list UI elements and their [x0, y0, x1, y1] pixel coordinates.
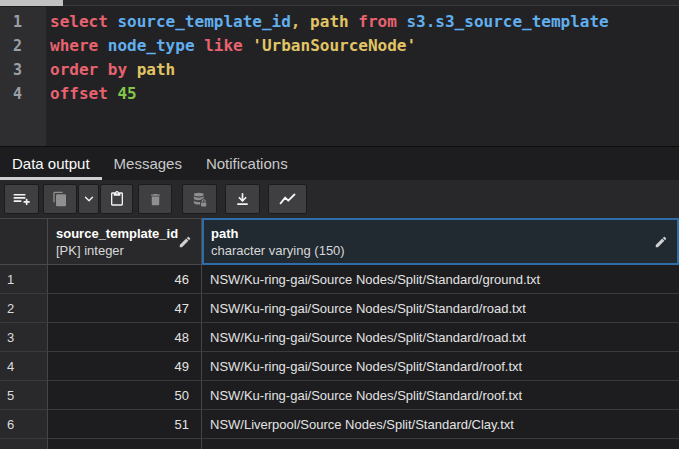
column-title: path [211, 225, 670, 242]
editor-hscrollbar-thumb[interactable] [0, 0, 63, 6]
row-number-cell[interactable]: 4 [0, 352, 48, 381]
row-number-cell[interactable]: 2 [0, 294, 48, 323]
code-line[interactable]: where node_type like 'UrbanSourceNode' [0, 34, 679, 58]
result-toolbar [0, 180, 679, 218]
source-template-id-cell[interactable]: 47 [48, 294, 202, 323]
copy-icon [52, 191, 68, 207]
paste-icon [109, 191, 125, 207]
row-number-cell[interactable]: 1 [0, 265, 48, 294]
source-template-id-cell[interactable]: 50 [48, 381, 202, 410]
editor-code[interactable]: select source_template_id, path from s3.… [0, 7, 679, 146]
copy-button[interactable] [43, 184, 77, 214]
table-row: 754NSW/Liverpool/Source Nodes/Split/Stan… [0, 439, 679, 449]
database-lock-icon [191, 191, 208, 208]
code-line[interactable]: select source_template_id, path from s3.… [0, 10, 679, 34]
table-row: 449NSW/Ku-ring-gai/Source Nodes/Split/St… [0, 352, 679, 381]
copy-options-button[interactable] [78, 184, 99, 214]
row-number-cell[interactable]: 7 [0, 439, 48, 449]
edit-pencil-icon [178, 235, 192, 249]
source-template-id-cell[interactable]: 46 [48, 265, 202, 294]
paste-button[interactable] [100, 184, 133, 214]
trash-icon [148, 192, 163, 207]
row-number-cell[interactable]: 3 [0, 323, 48, 352]
graph-visualiser-button[interactable] [268, 184, 307, 214]
table-row: 146NSW/Ku-ring-gai/Source Nodes/Split/St… [0, 265, 679, 294]
path-cell[interactable]: NSW/Ku-ring-gai/Source Nodes/Split/Stand… [202, 352, 679, 381]
tab-data-output[interactable]: Data output [0, 147, 102, 180]
delete-button[interactable] [138, 184, 172, 214]
source-template-id-cell[interactable]: 48 [48, 323, 202, 352]
download-icon [234, 191, 251, 208]
row-number-header[interactable] [0, 218, 48, 265]
table-row: 247NSW/Ku-ring-gai/Source Nodes/Split/St… [0, 294, 679, 323]
table-row: 348NSW/Ku-ring-gai/Source Nodes/Split/St… [0, 323, 679, 352]
chevron-down-icon [82, 192, 96, 206]
add-row-icon [12, 190, 31, 209]
path-cell[interactable]: NSW/Ku-ring-gai/Source Nodes/Split/Stand… [202, 323, 679, 352]
path-cell[interactable]: NSW/Liverpool/Source Nodes/Split/Standar… [202, 410, 679, 439]
column-header-path[interactable]: path character varying (150) [202, 218, 679, 265]
save-data-changes-button[interactable] [182, 184, 217, 214]
add-row-button[interactable] [4, 184, 39, 214]
path-cell[interactable]: NSW/Ku-ring-gai/Source Nodes/Split/Stand… [202, 381, 679, 410]
row-number-cell[interactable]: 6 [0, 410, 48, 439]
code-line[interactable]: offset 45 [0, 82, 679, 106]
table-row: 651NSW/Liverpool/Source Nodes/Split/Stan… [0, 410, 679, 439]
tab-notifications[interactable]: Notifications [194, 147, 300, 180]
grid-body: 146NSW/Ku-ring-gai/Source Nodes/Split/St… [0, 265, 679, 449]
column-header-source-template-id[interactable]: source_template_id [PK] integer [48, 218, 202, 265]
query-tool-window: 1234 select source_template_id, path fro… [0, 0, 679, 449]
result-grid: source_template_id [PK] integer path cha… [0, 218, 679, 449]
result-tabbar: Data outputMessagesNotifications [0, 146, 679, 180]
tab-label: Notifications [206, 155, 288, 172]
source-template-id-cell[interactable]: 49 [48, 352, 202, 381]
column-type: character varying (150) [211, 242, 670, 259]
code-line[interactable]: order by path [0, 58, 679, 82]
column-title: source_template_id [56, 225, 193, 242]
path-cell[interactable]: NSW/Ku-ring-gai/Source Nodes/Split/Stand… [202, 294, 679, 323]
table-row: 550NSW/Ku-ring-gai/Source Nodes/Split/St… [0, 381, 679, 410]
grid-header: source_template_id [PK] integer path cha… [0, 218, 679, 265]
source-template-id-cell[interactable]: 51 [48, 410, 202, 439]
row-number-cell[interactable]: 5 [0, 381, 48, 410]
tab-messages[interactable]: Messages [102, 147, 194, 180]
sql-editor[interactable]: 1234 select source_template_id, path fro… [0, 0, 679, 146]
editor-hscrollbar-track[interactable] [0, 0, 679, 6]
column-type: [PK] integer [56, 242, 193, 259]
save-results-button[interactable] [225, 184, 260, 214]
path-cell[interactable]: NSW/Ku-ring-gai/Source Nodes/Split/Stand… [202, 265, 679, 294]
tab-label: Messages [114, 155, 182, 172]
edit-pencil-icon [654, 235, 668, 249]
source-template-id-cell[interactable]: 54 [48, 439, 202, 449]
path-cell[interactable]: NSW/Liverpool/Source Nodes/Split/Standar… [202, 439, 679, 449]
tab-label: Data output [12, 155, 90, 172]
line-chart-icon [278, 191, 297, 208]
